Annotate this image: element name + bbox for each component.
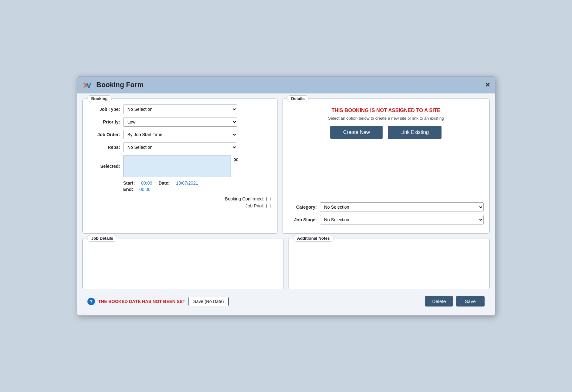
- selected-area: ✕: [123, 155, 238, 177]
- end-row: End: 00:00: [123, 187, 272, 192]
- job-order-row: Job Order: By Job Start Time By Job End …: [88, 130, 272, 139]
- reps-row: Reps: No Selection: [88, 142, 272, 152]
- svg-text:V: V: [86, 82, 91, 90]
- job-type-label: Job Type:: [88, 107, 120, 112]
- job-stage-label: Job Stage:: [288, 217, 317, 222]
- checkboxes-area: Booking Confirmed: Job Pool:: [88, 196, 272, 208]
- details-panel: Details THIS BOOKING IS NOT ASSIGNED TO …: [282, 98, 490, 234]
- job-order-select[interactable]: By Job Start Time By Job End Time: [123, 130, 237, 139]
- start-label: Start:: [123, 180, 135, 186]
- booking-confirmed-row: Booking Confirmed:: [225, 196, 270, 201]
- bottom-panels: Job Details Additional Notes: [82, 238, 490, 289]
- delete-button[interactable]: Delete: [425, 296, 453, 307]
- job-details-panel: Job Details: [82, 238, 284, 289]
- details-panel-label: Details: [287, 95, 309, 102]
- job-order-label: Job Order:: [88, 132, 120, 137]
- priority-select[interactable]: Low Medium High: [123, 117, 237, 127]
- start-date-row: Start: 00:00 Date: 18/07/2021: [123, 180, 272, 186]
- footer-left: ? THE BOOKED DATE HAS NOT BEEN SET Save …: [87, 297, 229, 306]
- selected-label: Selected:: [88, 164, 120, 169]
- end-value[interactable]: 00:00: [139, 187, 150, 192]
- start-value[interactable]: 00:00: [141, 180, 152, 186]
- booking-panel: Booking Job Type: No Selection Priority:…: [82, 98, 278, 234]
- category-label: Category:: [288, 205, 317, 210]
- job-type-row: Job Type: No Selection: [88, 104, 272, 114]
- time-date-area: Start: 00:00 Date: 18/07/2021 End: 00:00: [123, 180, 272, 192]
- reps-select[interactable]: No Selection: [123, 142, 237, 152]
- booking-confirmed-checkbox[interactable]: [266, 197, 270, 201]
- close-button[interactable]: ✕: [485, 82, 490, 88]
- additional-notes-textarea[interactable]: [294, 244, 484, 282]
- reps-label: Reps:: [88, 145, 120, 150]
- warning-text: THE BOOKED DATE HAS NOT BEEN SET: [98, 299, 185, 304]
- create-new-button[interactable]: Create New: [330, 126, 382, 139]
- booking-confirmed-label: Booking Confirmed:: [225, 196, 264, 201]
- job-details-label: Job Details: [87, 235, 117, 242]
- booking-panel-label: Booking: [87, 95, 112, 102]
- priority-row: Priority: Low Medium High: [88, 117, 272, 127]
- footer: ? THE BOOKED DATE HAS NOT BEEN SET Save …: [82, 294, 490, 310]
- save-no-date-button[interactable]: Save (No Date): [188, 297, 228, 306]
- date-value[interactable]: 18/07/2021: [176, 180, 198, 186]
- additional-notes-panel: Additional Notes: [288, 238, 490, 289]
- job-details-textarea[interactable]: [88, 244, 278, 282]
- main-panels: Booking Job Type: No Selection Priority:…: [82, 98, 490, 234]
- selected-row: Selected: ✕: [88, 155, 272, 177]
- category-row: Category: No Selection: [288, 202, 484, 212]
- job-stage-select[interactable]: No Selection: [320, 215, 484, 224]
- priority-label: Priority:: [88, 119, 120, 124]
- dialog-body: Booking Job Type: No Selection Priority:…: [77, 93, 495, 315]
- dialog-title: Booking Form: [96, 81, 143, 89]
- category-select[interactable]: No Selection: [320, 202, 484, 212]
- selected-textarea[interactable]: [123, 155, 231, 177]
- title-bar-left: ➣ V Booking Form: [82, 79, 143, 91]
- additional-notes-label: Additional Notes: [293, 235, 334, 242]
- clear-selected-button[interactable]: ✕: [233, 156, 238, 163]
- job-pool-label: Job Pool:: [245, 203, 264, 208]
- booking-form-dialog: ➣ V Booking Form ✕ Booking Job Type: No …: [77, 76, 495, 316]
- warning-icon: ?: [87, 298, 95, 305]
- date-label: Date:: [159, 180, 170, 186]
- end-label: End:: [123, 187, 133, 192]
- job-type-select[interactable]: No Selection: [123, 104, 237, 114]
- save-button[interactable]: Save: [456, 296, 485, 307]
- site-warning-sub: Select an option below to create a new s…: [288, 116, 484, 121]
- job-pool-checkbox[interactable]: [266, 204, 270, 208]
- link-existing-button[interactable]: Link Existing: [388, 126, 442, 139]
- title-bar: ➣ V Booking Form ✕: [77, 77, 495, 93]
- app-logo: ➣ V: [82, 79, 93, 91]
- job-stage-row: Job Stage: No Selection: [288, 215, 484, 224]
- site-buttons: Create New Link Existing: [288, 126, 484, 139]
- job-pool-row: Job Pool:: [245, 203, 270, 208]
- footer-right: Delete Save: [425, 296, 485, 307]
- site-warning: THIS BOOKING IS NOT ASSIGNED TO A SITE S…: [288, 108, 484, 121]
- site-warning-title: THIS BOOKING IS NOT ASSIGNED TO A SITE: [288, 108, 484, 113]
